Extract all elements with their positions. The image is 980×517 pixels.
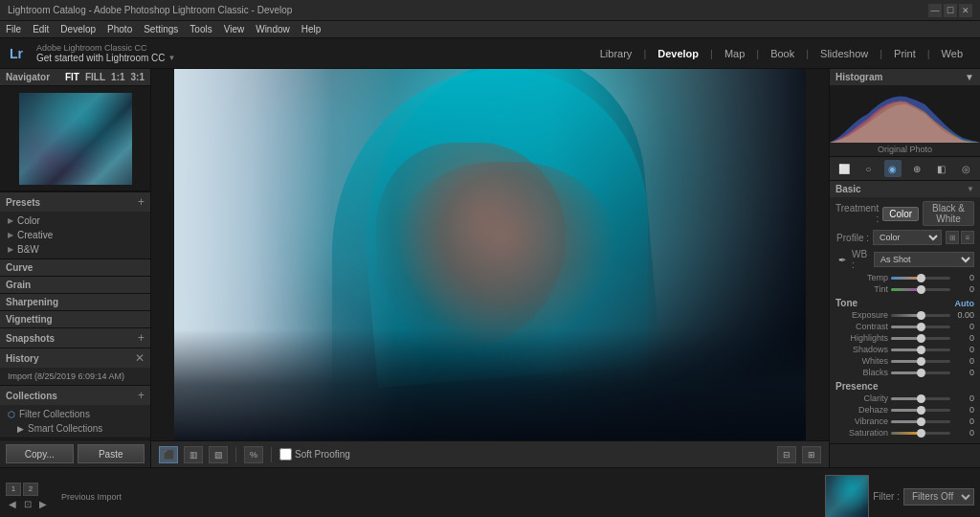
menu-help[interactable]: Help bbox=[301, 24, 322, 34]
zoom-out-btn[interactable]: ⊟ bbox=[777, 446, 796, 463]
profile-select[interactable]: Color bbox=[873, 230, 942, 245]
snapshots-header[interactable]: Snapshots + bbox=[0, 328, 150, 348]
profile-icon-grid[interactable]: ⊞ bbox=[946, 231, 959, 244]
dehaze-thumb[interactable] bbox=[917, 406, 925, 415]
paste-button[interactable]: Paste bbox=[78, 444, 145, 463]
preset-creative[interactable]: ▶ Creative bbox=[0, 228, 150, 242]
grain-header[interactable]: Grain bbox=[0, 277, 150, 293]
tint-thumb[interactable] bbox=[917, 285, 925, 294]
sharpening-header[interactable]: Sharpening bbox=[0, 294, 150, 310]
navigator-header[interactable]: Navigator FIT FILL 1:1 3:1 bbox=[0, 69, 150, 86]
minimize-button[interactable]: — bbox=[928, 4, 942, 17]
menu-develop[interactable]: Develop bbox=[60, 24, 96, 34]
clarity-thumb[interactable] bbox=[917, 394, 925, 403]
tint-slider[interactable] bbox=[891, 288, 950, 291]
blacks-thumb[interactable] bbox=[917, 369, 925, 377]
nav-book[interactable]: Book bbox=[763, 46, 802, 61]
preset-color[interactable]: ▶ Color bbox=[0, 214, 150, 228]
clarity-slider[interactable] bbox=[891, 397, 950, 400]
zoom-in-btn[interactable]: ⊞ bbox=[802, 446, 821, 463]
menu-photo[interactable]: Photo bbox=[107, 24, 132, 34]
exposure-thumb[interactable] bbox=[917, 311, 925, 320]
temp-slider[interactable] bbox=[891, 277, 950, 280]
filmstrip-next-btn[interactable]: ▶ bbox=[36, 498, 50, 511]
heal-tool[interactable]: ○ bbox=[859, 160, 877, 177]
presets-header[interactable]: Presets + bbox=[0, 192, 150, 212]
gradient-tool[interactable]: ◧ bbox=[933, 160, 950, 177]
dehaze-slider[interactable] bbox=[891, 409, 950, 412]
view-before-after-btn[interactable]: ▥ bbox=[184, 446, 203, 463]
whites-slider[interactable] bbox=[891, 360, 950, 363]
preset-bw[interactable]: ▶ B&W bbox=[0, 242, 150, 257]
menu-window[interactable]: Window bbox=[256, 24, 290, 34]
zoom-fill[interactable]: FILL bbox=[85, 72, 105, 82]
curve-header[interactable]: Curve bbox=[0, 259, 150, 276]
collection-filter[interactable]: ⬡ Filter Collections bbox=[0, 407, 150, 421]
histogram-header[interactable]: Histogram ▼ bbox=[830, 69, 980, 85]
history-clear-btn[interactable]: ✕ bbox=[135, 351, 145, 365]
nav-web[interactable]: Web bbox=[934, 46, 970, 61]
saturation-thumb[interactable] bbox=[917, 429, 925, 438]
nav-slideshow[interactable]: Slideshow bbox=[813, 46, 876, 61]
close-button[interactable]: ✕ bbox=[959, 4, 972, 17]
menu-settings[interactable]: Settings bbox=[144, 24, 178, 34]
soft-proofing-toggle[interactable]: Soft Proofing bbox=[279, 448, 350, 461]
filmstrip-thumbnail[interactable] bbox=[825, 475, 869, 518]
presets-add-btn[interactable]: + bbox=[138, 195, 145, 209]
profile-icon-list[interactable]: ≡ bbox=[961, 231, 974, 244]
nav-library[interactable]: Library bbox=[592, 46, 640, 61]
saturation-slider[interactable] bbox=[891, 432, 950, 435]
filmstrip-source-btn[interactable]: ⊡ bbox=[21, 498, 34, 511]
temp-thumb[interactable] bbox=[917, 274, 925, 282]
filmstrip-num-1[interactable]: 1 bbox=[6, 483, 21, 496]
whites-thumb[interactable] bbox=[917, 357, 925, 366]
menu-tools[interactable]: Tools bbox=[189, 24, 212, 34]
nav-develop[interactable]: Develop bbox=[650, 46, 706, 61]
color-treatment-btn[interactable]: Color bbox=[882, 207, 919, 221]
filmstrip-num-2[interactable]: 2 bbox=[23, 483, 38, 496]
wb-eyedrop-tool[interactable]: ✒ bbox=[835, 253, 849, 266]
soft-proofing-checkbox[interactable] bbox=[279, 448, 292, 461]
titlebar-controls[interactable]: — ☐ ✕ bbox=[928, 4, 972, 17]
menu-file[interactable]: File bbox=[6, 24, 21, 34]
maximize-button[interactable]: ☐ bbox=[944, 4, 957, 17]
filter-select[interactable]: Filters Off bbox=[903, 488, 974, 506]
history-item[interactable]: Import (8/25/2019 6:09:14 AM) bbox=[0, 370, 150, 383]
highlights-slider[interactable] bbox=[891, 337, 950, 340]
blacks-slider[interactable] bbox=[891, 371, 950, 374]
cycle-overlay-btn[interactable]: % bbox=[244, 446, 263, 463]
menu-view[interactable]: View bbox=[224, 24, 245, 34]
menu-edit[interactable]: Edit bbox=[33, 24, 49, 34]
history-header[interactable]: History ✕ bbox=[0, 348, 150, 368]
nav-print[interactable]: Print bbox=[886, 46, 924, 61]
shadows-slider[interactable] bbox=[891, 348, 950, 351]
filmstrip-prev-btn[interactable]: ◀ bbox=[6, 498, 19, 511]
wb-select[interactable]: As Shot bbox=[874, 252, 974, 267]
vibrance-slider[interactable] bbox=[891, 420, 950, 423]
zoom-fit[interactable]: FIT bbox=[65, 72, 79, 82]
crop-tool[interactable]: ⬜ bbox=[835, 160, 853, 177]
contrast-slider[interactable] bbox=[891, 326, 950, 328]
snapshots-add-btn[interactable]: + bbox=[138, 331, 145, 345]
exposure-slider[interactable] bbox=[891, 314, 950, 317]
tone-auto-btn[interactable]: Auto bbox=[955, 299, 975, 308]
shadows-thumb[interactable] bbox=[917, 346, 925, 354]
collections-header[interactable]: Collections + bbox=[0, 386, 150, 405]
view-loupe-btn[interactable]: ⬛ bbox=[159, 446, 178, 463]
zoom-3-1[interactable]: 3:1 bbox=[131, 72, 145, 82]
collection-smart[interactable]: ▶ Smart Collections bbox=[0, 421, 150, 436]
nav-map[interactable]: Map bbox=[717, 46, 752, 61]
highlights-thumb[interactable] bbox=[917, 334, 925, 343]
collections-add-btn[interactable]: + bbox=[138, 389, 145, 402]
copy-button[interactable]: Copy... bbox=[6, 444, 74, 463]
brush-tool[interactable]: ⊕ bbox=[908, 160, 925, 177]
radial-tool[interactable]: ◎ bbox=[957, 160, 974, 177]
vignetting-header[interactable]: Vignetting bbox=[0, 311, 150, 327]
view-split-btn[interactable]: ▧ bbox=[209, 446, 228, 463]
contrast-thumb[interactable] bbox=[917, 323, 925, 331]
basic-header[interactable]: Basic ▼ bbox=[830, 181, 980, 197]
zoom-1-1[interactable]: 1:1 bbox=[111, 72, 124, 82]
vibrance-thumb[interactable] bbox=[917, 417, 925, 426]
bw-treatment-btn[interactable]: Black & White bbox=[923, 201, 974, 226]
redeye-tool[interactable]: ◉ bbox=[884, 160, 902, 177]
